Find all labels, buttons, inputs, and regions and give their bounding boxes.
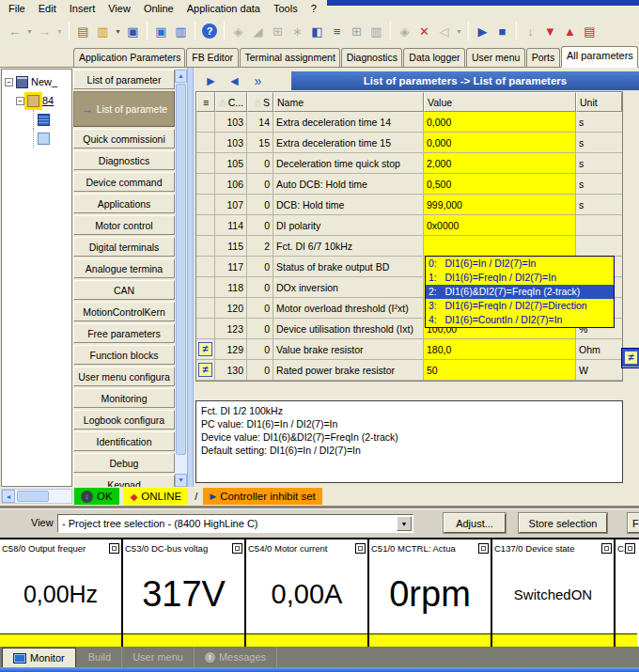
download-to-device-icon[interactable]: ▶ — [474, 22, 491, 40]
accept-values-icon[interactable]: ↓ — [522, 22, 539, 40]
parameter-row[interactable]: ≠ 130 0 Rated power brake resistor 50▼ W — [196, 360, 622, 381]
edit-icon[interactable]: ◢ — [249, 22, 267, 40]
clipped-button[interactable]: F — [628, 513, 639, 533]
bottom-tab-build[interactable]: ! Build — [78, 647, 122, 667]
parameter-row[interactable]: ≠ 115 2 Fct. DI 6/7 10kHz ▼ — [196, 236, 622, 257]
adjust-button[interactable]: Adjust... — [444, 513, 506, 533]
open-caret-icon[interactable]: ▾ — [114, 22, 122, 40]
sidebar-scrollbar[interactable]: ▲ ▼ — [175, 70, 187, 487]
tree-collapse-icon[interactable]: − — [16, 97, 24, 105]
value-cell[interactable]: 180,0▼ — [424, 339, 576, 360]
parameter-row[interactable]: ≠ 103 14 Extra deceleration time 14 0,00… — [196, 112, 622, 133]
column-header-value[interactable]: Value — [424, 92, 576, 112]
column-header-code[interactable]: △C... — [215, 92, 247, 112]
read-from-device-icon[interactable]: ◄ — [226, 71, 243, 90]
cascade-windows-icon[interactable]: ▥ — [172, 22, 190, 40]
sidebar-item-device-command[interactable]: →Device command — [73, 172, 175, 192]
scrollbar-thumb[interactable] — [176, 84, 186, 455]
panel-splitter[interactable] — [187, 68, 194, 487]
tree-row-project[interactable]: − New_ — [5, 72, 71, 91]
help-icon[interactable]: ? — [202, 23, 217, 39]
sidebar-item-monitoring[interactable]: →Monitoring — [73, 388, 175, 408]
value-cell[interactable]: 2,000▼ — [424, 153, 576, 174]
save-parameter-list-icon[interactable]: ▤ — [581, 22, 599, 40]
value-cell[interactable]: 0,500▼ — [424, 174, 576, 195]
bottom-tab-user-menu[interactable]: ! User menu — [122, 647, 195, 667]
menu-item[interactable]: Edit — [33, 1, 64, 16]
save-icon[interactable]: ▣ — [124, 22, 142, 40]
value-cell[interactable]: 0,000▼ — [424, 112, 576, 133]
dropdown-option[interactable]: 1: DI1(6)=FreqIn / DI2(7)=In — [426, 271, 614, 285]
scroll-left-icon[interactable]: ◄ — [2, 490, 15, 503]
parameter-row[interactable]: ≠ 106 0 Auto DCB: Hold time 0,500▼ s — [196, 174, 622, 195]
insert-application-icon[interactable]: ⊞ — [348, 22, 366, 40]
store-selection-button[interactable]: Store selection — [519, 513, 607, 533]
panel-config-button[interactable] — [601, 543, 612, 554]
view-selector[interactable]: - Project tree selection - (8400 HighLin… — [57, 514, 413, 533]
tree-row-device[interactable]: − 84 — [16, 91, 71, 110]
scroll-down-icon[interactable]: ▼ — [175, 474, 187, 487]
menu-item[interactable]: View — [102, 1, 138, 16]
panel-config-button[interactable] — [232, 543, 242, 554]
panel-config-button[interactable] — [478, 543, 489, 554]
sidebar-item-logbook-configura[interactable]: →Logbook configura — [73, 410, 175, 430]
tree-row-child[interactable] — [33, 110, 71, 129]
write-to-device-icon[interactable]: ► — [202, 71, 220, 90]
value-cell[interactable]: ▼ — [424, 236, 576, 257]
menu-item[interactable]: Online — [138, 1, 181, 16]
sidebar-item-function-blocks[interactable]: →Function blocks — [73, 345, 175, 365]
check-project-icon[interactable]: ◈ — [229, 22, 247, 40]
parameter-row[interactable]: ≠ 103 15 Extra deceleration time 15 0,00… — [196, 133, 622, 153]
sidebar-item-keypad[interactable]: →Keypad — [73, 475, 175, 487]
back-icon[interactable]: ← — [6, 22, 23, 40]
tab-terminal-assignment[interactable]: Terminal assignment — [240, 48, 340, 67]
sidebar-item-analogue-termina[interactable]: →Analogue termina — [73, 258, 175, 278]
sidebar-item-digital-terminals[interactable]: →Digital terminals — [73, 237, 175, 257]
menu-item[interactable]: Tools — [268, 1, 305, 16]
tab-ports[interactable]: Ports — [526, 48, 560, 67]
optimize-icon[interactable]: ∗ — [288, 22, 306, 40]
tree-node-project-label[interactable]: New_ — [31, 76, 57, 87]
scrollbar-thumb[interactable] — [17, 491, 49, 502]
tab-user-menu[interactable]: User menu — [466, 48, 525, 67]
sidebar-item-list-of-paramete[interactable]: →List of paramete — [73, 91, 175, 127]
sidebar-item-quick-commissioni[interactable]: →Quick commissioni — [73, 129, 175, 148]
bottom-tab-messages[interactable]: ! Messages — [195, 647, 277, 667]
parameter-row[interactable]: ≠ 129 0 Value brake resistor 180,0▼ Ohm — [196, 339, 622, 360]
column-header-unit[interactable]: Unit — [576, 92, 622, 112]
scroll-up-icon[interactable]: ▲ — [175, 70, 187, 83]
parameter-row[interactable]: ≠ 114 0 DI polarity 0x0000▼ — [196, 215, 622, 236]
upload-from-device-icon[interactable]: ■ — [493, 22, 511, 40]
sidebar-item-motioncontrolkern[interactable]: →MotionControlKern — [73, 302, 175, 321]
column-header-name[interactable]: Name — [273, 92, 424, 112]
new-project-icon[interactable]: ▤ — [74, 22, 92, 40]
sidebar-item-applications[interactable]: →Applications — [73, 194, 175, 213]
sidebar-item-identification[interactable]: →Identification — [73, 431, 175, 451]
sidebar-item-user-menu-configura[interactable]: →User menu configura — [73, 367, 175, 386]
write-parameter-list-icon[interactable]: ▼ — [541, 22, 559, 40]
dropdown-arrow-icon[interactable]: ▼ — [397, 516, 412, 531]
online-caret-icon[interactable]: ▾ — [455, 22, 463, 40]
sidebar-item-free-parameters[interactable]: →Free parameters — [73, 323, 175, 343]
go-offline-icon[interactable]: ✕ — [415, 22, 433, 40]
sidebar-item-motor-control[interactable]: →Motor control — [73, 215, 175, 235]
package-icon[interactable]: ⊞ — [269, 22, 287, 40]
forward-caret-icon[interactable]: ▾ — [55, 22, 64, 40]
tab-diagnostics[interactable]: Diagnostics — [341, 48, 403, 67]
open-project-icon[interactable]: ▥ — [94, 22, 112, 40]
dropdown-option[interactable]: 2: DI1(6)&DI2(7)=FreqIn (2-track) — [426, 285, 614, 299]
import-icon[interactable]: ▥ — [367, 22, 385, 40]
tab-all-parameters[interactable]: All parameters — [561, 46, 638, 68]
sidebar-item-debug[interactable]: →Debug — [73, 453, 175, 473]
monitor-window-icon[interactable]: ▣ — [152, 22, 170, 40]
dropdown-option[interactable]: 0: DI1(6)=In / DI2(7)=In — [426, 257, 614, 271]
dropdown-option[interactable]: 3: DI1(6)=FreqIn / DI2(7)=Direction — [426, 299, 614, 313]
column-header-subcode[interactable]: △S — [247, 92, 273, 112]
tree-node-device-label[interactable]: 84 — [42, 95, 54, 106]
menu-item[interactable]: Application data — [181, 1, 268, 16]
panel-config-button[interactable] — [625, 543, 635, 554]
insert-system-block-icon[interactable]: ≡ — [328, 22, 346, 40]
value-cell[interactable]: 999,000▼ — [424, 195, 576, 215]
tab-fb-editor[interactable]: FB Editor — [186, 48, 238, 67]
insert-device-icon[interactable]: ◧ — [308, 22, 326, 40]
